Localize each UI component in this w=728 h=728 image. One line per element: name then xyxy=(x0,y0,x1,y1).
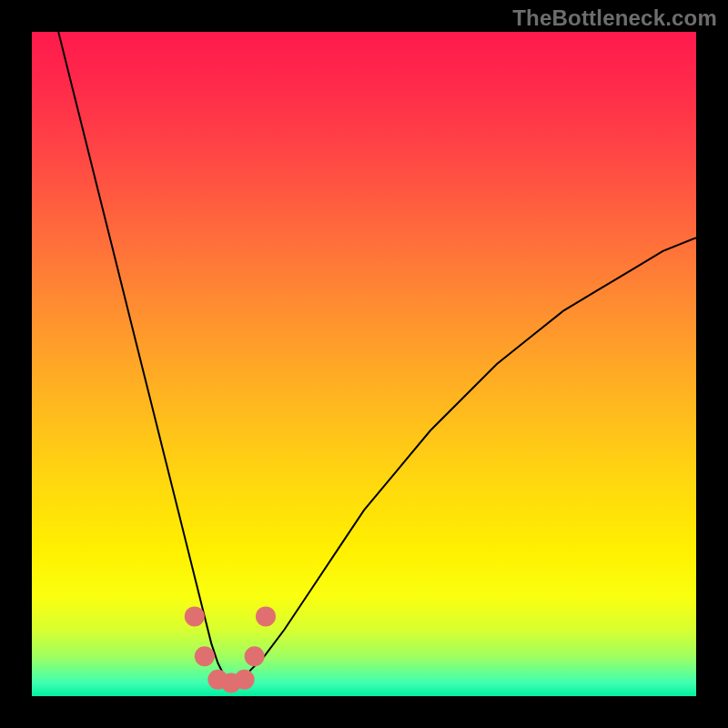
marker-dot xyxy=(245,646,265,666)
marker-dot xyxy=(185,606,205,626)
marker-dot xyxy=(235,670,255,690)
watermark-label: TheBottleneck.com xyxy=(512,5,717,31)
marker-dot xyxy=(256,606,276,626)
chart-frame: TheBottleneck.com xyxy=(0,0,728,728)
chart-curve-layer xyxy=(32,32,696,696)
curve-markers xyxy=(185,606,276,693)
curve-path xyxy=(58,32,696,682)
marker-dot xyxy=(195,646,215,666)
